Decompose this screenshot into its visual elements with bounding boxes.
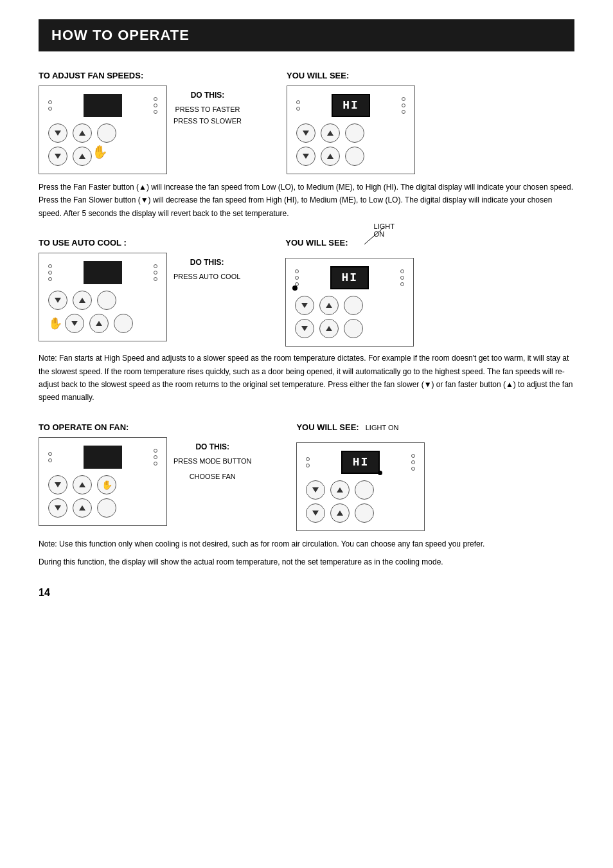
s3rbtn4[interactable] [306,503,325,523]
rbtn3[interactable] [345,123,364,143]
s2btn3[interactable] [97,291,116,310]
dots-left [48,100,52,111]
s2rbtn1[interactable] [295,296,314,315]
s3rbtn6[interactable] [355,503,374,523]
section1-right: YOU WILL SEE: HI [287,71,415,174]
section3-right-panel: HI [296,442,425,531]
s3btn5[interactable] [73,498,92,518]
s2rtri4 [326,326,332,331]
s2rbtn5[interactable] [319,319,339,338]
s3btn1[interactable] [48,475,67,494]
rbtn2[interactable] [321,123,340,143]
s3dot3 [154,449,157,453]
do-this-label3: DO THIS: [173,441,251,453]
s2dot5 [154,271,157,275]
s3rdot5 [411,467,415,471]
btn-row1 [48,123,157,143]
tri-up2 [79,154,85,159]
s3rbtn-row2 [306,503,415,523]
dot1 [48,100,52,104]
light-on-label3: LIGHT ON [366,424,399,431]
s3rbtn-row1 [306,480,415,500]
btn-circle2[interactable] [73,123,92,143]
rbtn5[interactable] [321,147,340,166]
s3rdots-right [411,454,415,471]
s2rbtn4[interactable] [295,319,314,338]
btn-circle5[interactable] [73,147,92,166]
s2btn-row2: ✋ [48,314,157,333]
s2tri2 [79,298,85,303]
s2rbtn2[interactable] [319,296,339,315]
s3rpanel-top: HI [306,451,415,474]
dot2 [48,107,52,111]
s3rdot3 [411,454,415,458]
s3rbtn3[interactable] [355,480,374,500]
s3btn3-hand[interactable]: ✋ [97,475,116,494]
s3btn-row1: ✋ [48,475,157,494]
s2rbtn-row1 [295,296,404,315]
s3panel-top [48,446,157,469]
btn-circle4[interactable] [48,147,67,166]
panel-top [48,94,157,117]
s3rtri3 [312,511,319,516]
s2btn1[interactable] [48,291,67,310]
section2-left-label: TO USE AUTO COOL : [39,238,247,248]
btn-circle3[interactable] [97,123,116,143]
s2rdot4 [400,269,404,273]
section1-desc: Press the Fan Faster button (▲) will inc… [39,181,574,220]
s2display-off [84,261,122,284]
s3rbtn2[interactable] [330,480,350,500]
s3btn6[interactable] [97,498,116,518]
s3dots-right [154,449,157,466]
s2btn2[interactable] [73,291,92,310]
s2-action1: PRESS AUTO COOL [173,271,240,283]
section1-left-label: TO ADJUST FAN SPEEDS: [39,71,248,80]
do-this-box2: DO THIS: PRESS AUTO COOL [167,253,247,287]
s2tri3 [71,321,78,326]
section3-note1: Note: Use this function only when coolin… [39,538,574,550]
s2rbtn3[interactable] [344,296,363,315]
dot4 [154,104,157,107]
s2tri4 [96,321,102,326]
s2rdots-right [400,269,404,286]
do-this-box1: DO THIS: PRESS TO FASTER PRESS TO SLOWER [167,86,248,131]
s2btn4[interactable] [65,314,84,333]
s3dot4 [154,455,157,459]
s2dots-left [48,264,52,281]
do-this-box3: DO THIS: PRESS MODE BUTTON CHOOSE FAN [167,437,258,486]
rdot3 [402,97,405,101]
section3-right: YOU WILL SEE: LIGHT ON HI [296,422,425,531]
s3btn4[interactable] [48,498,67,518]
s2btn5[interactable] [89,314,109,333]
s3dot1 [48,452,52,456]
s2rtri2 [326,303,332,308]
s2dot3 [48,277,52,281]
s3display-off [84,446,122,469]
section-fan-mode: TO OPERATE ON FAN: [39,422,574,569]
rbtn4[interactable] [296,147,315,166]
s2rbtn-row2 [295,319,404,338]
s2rbtn6[interactable] [344,319,363,338]
action2-text: PRESS TO SLOWER [173,116,242,127]
s3btn2[interactable] [73,475,92,494]
section3-left-label: TO OPERATE ON FAN: [39,422,258,432]
light-dot [292,285,298,291]
hand-icon: ✋ [92,144,108,159]
do-this-label1: DO THIS: [173,89,242,102]
rdot5 [402,110,405,114]
s3dots-left [48,452,52,462]
rbtn6[interactable] [345,147,364,166]
s2rpanel-top: HI [295,266,404,289]
s3rtri4 [337,511,343,516]
section1-right-panel: HI [287,86,415,174]
rdot4 [402,104,405,107]
s3rbtn5[interactable] [330,503,350,523]
rtri4 [327,154,333,159]
s2btn6[interactable] [114,314,133,333]
s3rbtn1[interactable] [306,480,325,500]
display-block-off [84,94,122,117]
svg-line-0 [364,228,384,244]
btn-circle1[interactable] [48,123,67,143]
rbtn1[interactable] [296,123,315,143]
s3dot5 [154,462,157,466]
